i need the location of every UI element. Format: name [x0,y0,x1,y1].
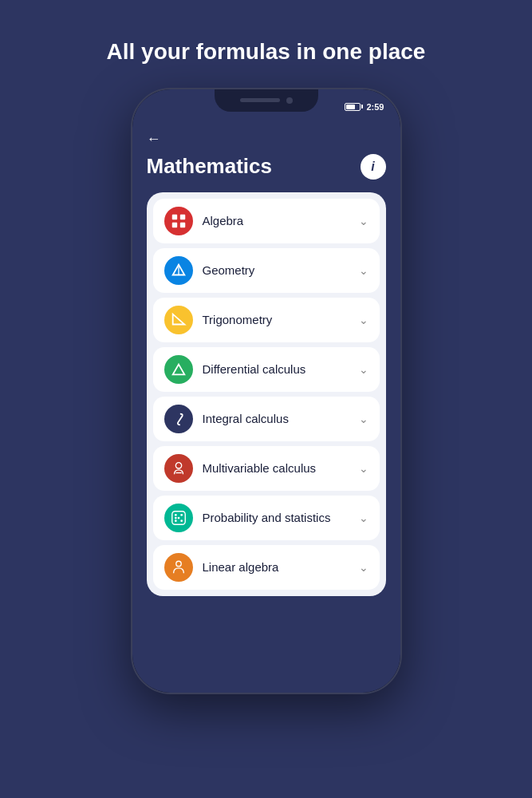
algebra-icon [164,207,193,235]
integral-icon [164,405,193,433]
svg-rect-3 [179,222,184,227]
geometry-chevron: ⌄ [359,264,368,277]
geometry-icon [164,256,193,285]
multivariable-icon [164,454,193,483]
integral-chevron: ⌄ [359,413,368,425]
svg-point-14 [174,519,176,522]
linear-label: Linear algebra [203,560,349,574]
list-item[interactable]: Linear algebra ⌄ [153,545,380,590]
linear-chevron: ⌄ [359,561,368,574]
svg-point-12 [174,514,176,516]
svg-rect-2 [171,222,176,227]
phone-frame: 2:59 ← Mathematics i [131,88,402,694]
algebra-label: Algebra [203,214,349,227]
list-item[interactable]: Probability and statistics ⌄ [153,496,380,540]
geometry-label: Geometry [203,263,349,277]
trigonometry-icon [164,306,193,334]
screen-header: Mathematics i [147,154,386,180]
differential-icon [164,355,193,384]
differential-chevron: ⌄ [359,363,368,376]
svg-rect-1 [179,214,184,219]
notch-bar [240,98,280,102]
back-button[interactable]: ← [147,131,161,148]
page-headline: All your formulas in one place [75,38,458,65]
differential-label: Differential calculus [203,362,349,376]
phone-screen: 2:59 ← Mathematics i [132,89,400,693]
svg-marker-7 [172,314,184,324]
algebra-chevron: ⌄ [359,215,368,227]
integral-label: Integral calculus [203,412,349,425]
battery-icon [345,103,363,111]
list-item[interactable]: Multivariable calculus ⌄ [153,446,380,491]
battery-body [345,103,361,111]
screen-title: Mathematics [147,154,273,179]
probability-label: Probability and statistics [203,511,349,524]
list-item[interactable]: Trigonometry ⌄ [153,298,380,342]
trigonometry-label: Trigonometry [203,313,349,326]
svg-marker-8 [172,364,184,374]
notch-camera [286,97,293,104]
battery-tip [361,105,363,109]
svg-point-17 [174,516,176,519]
battery-fill [346,105,354,109]
category-list: Algebra ⌄ Geometry ⌄ [147,192,386,596]
screen-content: ← Mathematics i [132,118,400,693]
status-bar-right: 2:59 [345,102,384,112]
list-item[interactable]: Algebra ⌄ [153,199,380,243]
svg-point-13 [180,514,183,516]
list-item[interactable]: Geometry ⌄ [153,248,380,293]
linear-icon [164,553,193,582]
probability-chevron: ⌄ [359,512,368,524]
list-item[interactable]: Differential calculus ⌄ [153,347,380,392]
status-time: 2:59 [366,102,384,112]
svg-point-15 [180,519,183,522]
notch [215,89,318,112]
trigonometry-chevron: ⌄ [359,314,368,326]
multivariable-label: Multivariable calculus [203,461,349,475]
svg-point-9 [175,462,181,468]
svg-rect-0 [171,214,176,219]
svg-point-18 [175,561,180,566]
multivariable-chevron: ⌄ [359,462,368,475]
probability-icon [164,504,193,532]
svg-point-16 [177,516,179,519]
list-item[interactable]: Integral calculus ⌄ [153,397,380,441]
info-button[interactable]: i [361,154,386,180]
status-bar: 2:59 [132,89,400,118]
